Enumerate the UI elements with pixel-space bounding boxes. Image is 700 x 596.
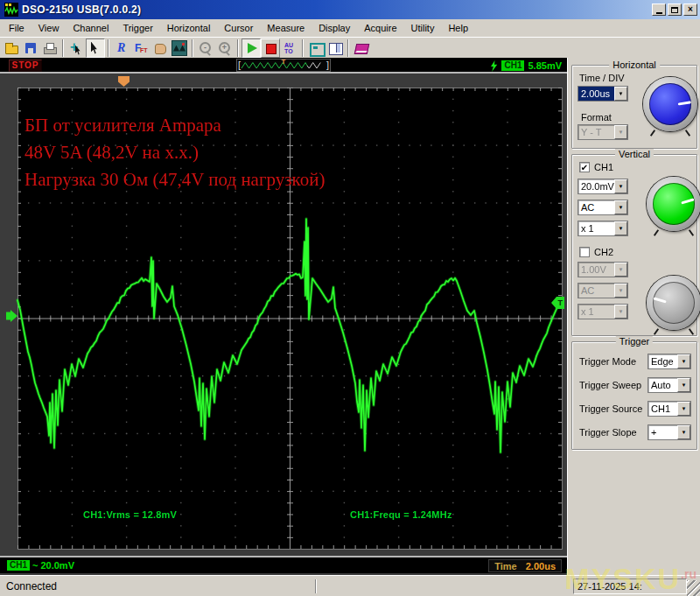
menu-measure[interactable]: Measure [260, 21, 312, 35]
chevron-down-icon[interactable]: ▼ [677, 354, 690, 368]
pointer-tool-button[interactable] [86, 39, 105, 58]
zoom-out-icon [198, 40, 214, 56]
hand-tool-icon [152, 40, 168, 56]
buffer-preview[interactable]: [ ] T [236, 59, 331, 72]
ch1-probe-select[interactable]: x 1 ▼ [578, 221, 628, 236]
menu-horizontal[interactable]: Horizontal [160, 21, 218, 35]
statusbar-divider [315, 579, 317, 593]
ch1-label: CH1 [594, 162, 613, 172]
toolbar-separator [62, 39, 64, 57]
toolbar-separator [302, 39, 304, 57]
connection-status: Connected [0, 580, 315, 592]
save-button[interactable] [21, 39, 40, 58]
trigger-row: Trigger SourceCH1▼ [572, 401, 696, 417]
auto-set-button[interactable] [280, 39, 299, 58]
ch1-position-knob[interactable] [647, 177, 700, 231]
status-bar: Connected 27-11-2025 14: [0, 575, 700, 596]
maximize-button[interactable] [668, 4, 682, 16]
trigger-source-select[interactable]: CH1▼ [648, 401, 691, 417]
menu-view[interactable]: View [32, 21, 66, 35]
ch1-scale-readout: CH1 ~ 20.0mV [7, 560, 74, 571]
ch1-coupling-select[interactable]: AC ▼ [578, 200, 628, 215]
combo-value: Auto [648, 378, 677, 392]
ch2-coupling-current: AC [578, 284, 614, 298]
chevron-down-icon[interactable]: ▼ [677, 378, 690, 392]
trigger-row: Trigger ModeEdge▼ [572, 354, 696, 369]
control-panel: Horizontal Time / DIV 2.00us ▼ Format Y … [567, 58, 700, 575]
horizontal-position-knob[interactable] [643, 77, 697, 131]
ch1-badge: CH1 [7, 560, 30, 571]
trigger-level-value: 5.85mV [528, 60, 562, 71]
auto-set-icon [282, 40, 298, 56]
chevron-down-icon[interactable]: ▼ [614, 221, 627, 235]
minimize-button[interactable] [652, 4, 666, 16]
run-icon [243, 40, 259, 56]
zoom-out-button[interactable] [196, 39, 215, 58]
zoom-in-button[interactable] [215, 39, 234, 58]
trigger-sweep-select[interactable]: Auto▼ [648, 377, 691, 393]
ch2-label: CH2 [594, 247, 613, 257]
menu-display[interactable]: Display [312, 21, 357, 35]
trigger-slope-select[interactable]: +▼ [648, 424, 691, 440]
ch2-probe-current: x 1 [578, 305, 614, 319]
title-bar[interactable]: DSO-2150 USB(7.0.0.2) × [0, 0, 700, 19]
toolbar-separator [237, 39, 239, 57]
panel-layout-button[interactable] [326, 39, 345, 58]
stop-button[interactable] [261, 39, 280, 58]
ch1-checkbox[interactable]: ✔ [579, 162, 590, 172]
time-div-select[interactable]: 2.00us ▼ [578, 86, 628, 102]
window-title: DSO-2150 USB(7.0.0.2) [22, 4, 650, 16]
preview-right-bracket[interactable]: ] [326, 60, 329, 71]
menu-acquire[interactable]: Acquire [357, 21, 403, 35]
menu-utility[interactable]: Utility [404, 21, 442, 35]
chevron-down-icon[interactable]: ▼ [614, 179, 627, 193]
scope-scale-bar: CH1 ~ 20.0mV Time 2.00us [0, 556, 567, 573]
cursor-tool-button[interactable] [66, 39, 86, 58]
measurement-frequency: CH1:Frequ = 1.24MHz [350, 509, 452, 520]
display-settings-button[interactable] [306, 39, 326, 58]
vertical-group-title: Vertical [615, 149, 654, 159]
preview-trigger-marker[interactable]: T [282, 58, 286, 66]
chevron-down-icon[interactable]: ▼ [677, 425, 690, 439]
ch1-volts-div: 20.0mV [40, 560, 74, 571]
resize-grip[interactable] [687, 580, 700, 596]
annotation-line: БП от усилителя Ampapa [24, 112, 325, 139]
menu-trigger[interactable]: Trigger [116, 21, 159, 35]
help-book-button[interactable] [352, 39, 371, 58]
chevron-down-icon: ▼ [614, 284, 627, 298]
annotation-line: 48V 5A (48,2V на х.х.) [24, 139, 325, 166]
ch2-position-knob[interactable] [647, 276, 700, 330]
open-file-button[interactable] [2, 39, 21, 58]
trigger-mode-select[interactable]: Edge▼ [648, 354, 691, 369]
oscilloscope-display[interactable]: T БП от усилителя Ampapa48V 5A (48,2V на… [0, 74, 567, 556]
chevron-down-icon[interactable]: ▼ [614, 200, 627, 214]
waveform-view-icon [172, 40, 187, 56]
fft-button[interactable] [131, 39, 150, 58]
refresh-r-button[interactable] [112, 39, 131, 58]
time-label: Time [494, 561, 516, 571]
ch1-volts-select[interactable]: 20.0mV ▼ [578, 179, 628, 194]
waveform-view-button[interactable] [170, 39, 189, 58]
trigger-mode-label: Trigger Mode [579, 356, 636, 367]
toolbar-separator [192, 39, 193, 57]
ch2-volts-current: 1.00V [578, 263, 614, 277]
zoom-in-icon [217, 40, 233, 56]
print-button[interactable] [40, 39, 60, 58]
menu-cursor[interactable]: Cursor [217, 21, 260, 35]
ch2-checkbox[interactable] [579, 247, 590, 257]
menu-file[interactable]: File [2, 21, 32, 35]
preview-left-bracket[interactable]: [ [238, 60, 241, 71]
chevron-down-icon[interactable]: ▼ [677, 402, 690, 416]
run-button[interactable] [242, 39, 261, 58]
menu-channel[interactable]: Channel [66, 21, 116, 35]
chevron-down-icon: ▼ [614, 125, 627, 139]
close-button[interactable]: × [683, 4, 697, 16]
menu-help[interactable]: Help [441, 21, 475, 35]
chevron-down-icon[interactable]: ▼ [614, 87, 627, 101]
time-div-value: 2.00us [526, 561, 556, 571]
format-select: Y - T ▼ [578, 124, 628, 140]
toolbar-separator [108, 39, 109, 57]
hand-tool-button[interactable] [150, 39, 170, 58]
print-icon [42, 40, 58, 56]
ch2-enable-row: CH2 [579, 247, 613, 257]
